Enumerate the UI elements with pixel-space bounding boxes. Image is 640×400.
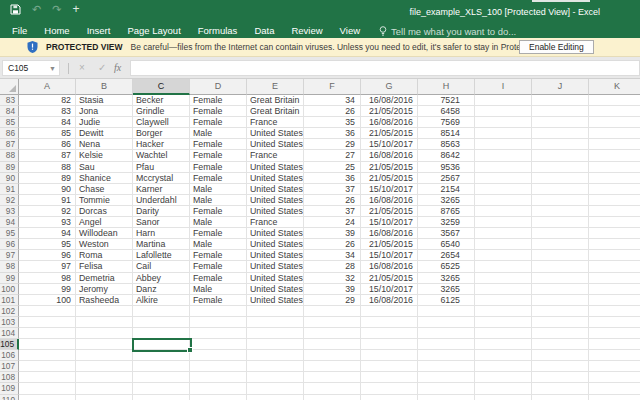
cell-J93[interactable]	[532, 206, 589, 217]
cell-C87[interactable]: Hacker	[133, 139, 190, 150]
cell-F106[interactable]	[304, 350, 361, 361]
cell-G96[interactable]: 21/05/2015	[361, 239, 418, 250]
tab-view[interactable]: View	[340, 24, 360, 38]
row-header-108[interactable]: 108	[0, 372, 19, 383]
cell-F85[interactable]: 35	[304, 117, 361, 128]
formula-input[interactable]	[130, 60, 640, 76]
cell-I100[interactable]	[475, 284, 532, 295]
column-header-D[interactable]: D	[190, 79, 247, 95]
cell-B102[interactable]	[76, 306, 133, 317]
cell-I102[interactable]	[475, 306, 532, 317]
cell-G103[interactable]	[361, 317, 418, 328]
cell-G92[interactable]: 16/08/2016	[361, 195, 418, 206]
cell-F110[interactable]	[304, 395, 361, 400]
row-header-99[interactable]: 99	[0, 273, 19, 284]
cell-I99[interactable]	[475, 273, 532, 284]
cell-B84[interactable]: Jona	[76, 106, 133, 117]
cell-H109[interactable]	[418, 383, 475, 394]
cell-I101[interactable]	[475, 295, 532, 306]
cell-I94[interactable]	[475, 217, 532, 228]
cell-F107[interactable]	[304, 361, 361, 372]
tab-formulas[interactable]: Formulas	[198, 24, 238, 38]
cell-F108[interactable]	[304, 372, 361, 383]
cell-H93[interactable]: 8765	[418, 206, 475, 217]
cell-G94[interactable]: 15/10/2017	[361, 217, 418, 228]
cell-E94[interactable]: France	[247, 217, 304, 228]
cell-F101[interactable]: 29	[304, 295, 361, 306]
cell-K89[interactable]	[589, 162, 640, 173]
cell-A97[interactable]: 96	[19, 250, 76, 261]
cell-J99[interactable]	[532, 273, 589, 284]
cell-E90[interactable]: United States	[247, 173, 304, 184]
cell-C98[interactable]: Cail	[133, 261, 190, 272]
cell-I91[interactable]	[475, 184, 532, 195]
cell-G101[interactable]: 16/08/2016	[361, 295, 418, 306]
cell-E88[interactable]: France	[247, 150, 304, 161]
row-header-95[interactable]: 95	[0, 228, 19, 239]
cell-B89[interactable]: Sau	[76, 162, 133, 173]
cell-F87[interactable]: 29	[304, 139, 361, 150]
cell-J87[interactable]	[532, 139, 589, 150]
column-header-B[interactable]: B	[76, 79, 133, 95]
cell-D101[interactable]: Female	[190, 295, 247, 306]
cell-I96[interactable]	[475, 239, 532, 250]
cell-D90[interactable]: Female	[190, 173, 247, 184]
cell-G106[interactable]	[361, 350, 418, 361]
cell-C89[interactable]: Pfau	[133, 162, 190, 173]
save-icon[interactable]	[10, 4, 21, 15]
cell-G109[interactable]	[361, 383, 418, 394]
tab-data[interactable]: Data	[254, 24, 274, 38]
cell-B94[interactable]: Angel	[76, 217, 133, 228]
cell-C96[interactable]: Martina	[133, 239, 190, 250]
cell-D86[interactable]: Male	[190, 128, 247, 139]
cell-B109[interactable]	[76, 383, 133, 394]
cell-E105[interactable]	[247, 339, 304, 350]
row-header-90[interactable]: 90	[0, 173, 19, 184]
cell-C101[interactable]: Alkire	[133, 295, 190, 306]
cell-E108[interactable]	[247, 372, 304, 383]
cell-J105[interactable]	[532, 339, 589, 350]
cell-J89[interactable]	[532, 162, 589, 173]
cell-C108[interactable]	[133, 372, 190, 383]
cell-A94[interactable]: 93	[19, 217, 76, 228]
cell-I88[interactable]	[475, 150, 532, 161]
row-header-84[interactable]: 84	[0, 106, 19, 117]
cell-G85[interactable]: 16/08/2016	[361, 117, 418, 128]
cell-I89[interactable]	[475, 162, 532, 173]
cell-A101[interactable]: 100	[19, 295, 76, 306]
cell-I108[interactable]	[475, 372, 532, 383]
cell-E83[interactable]: Great Britain	[247, 95, 304, 106]
cell-B105[interactable]	[76, 339, 133, 350]
cell-D104[interactable]	[190, 328, 247, 339]
cell-D95[interactable]: Female	[190, 228, 247, 239]
cell-K98[interactable]	[589, 261, 640, 272]
cell-J95[interactable]	[532, 228, 589, 239]
cell-I83[interactable]	[475, 95, 532, 106]
tab-file[interactable]: File	[12, 24, 27, 38]
cell-J100[interactable]	[532, 284, 589, 295]
cell-A92[interactable]: 91	[19, 195, 76, 206]
row-header-87[interactable]: 87	[0, 139, 19, 150]
cell-D110[interactable]	[190, 395, 247, 400]
row-header-104[interactable]: 104	[0, 328, 19, 339]
name-box-dropdown-icon[interactable]: ▼	[49, 61, 56, 76]
cell-F88[interactable]: 27	[304, 150, 361, 161]
cell-D102[interactable]	[190, 306, 247, 317]
cell-K109[interactable]	[589, 383, 640, 394]
cell-F103[interactable]	[304, 317, 361, 328]
cell-I86[interactable]	[475, 128, 532, 139]
cell-G88[interactable]: 16/08/2016	[361, 150, 418, 161]
column-header-H[interactable]: H	[418, 79, 475, 95]
cell-E91[interactable]: United States	[247, 184, 304, 195]
cell-H98[interactable]: 6525	[418, 261, 475, 272]
cell-B106[interactable]	[76, 350, 133, 361]
row-header-107[interactable]: 107	[0, 361, 19, 372]
cell-B85[interactable]: Judie	[76, 117, 133, 128]
customize-quick-access-icon[interactable]: +	[72, 4, 79, 15]
cell-H94[interactable]: 3259	[418, 217, 475, 228]
cell-K105[interactable]	[589, 339, 640, 350]
row-header-100[interactable]: 100	[0, 284, 19, 295]
cell-K107[interactable]	[589, 361, 640, 372]
cell-D100[interactable]: Male	[190, 284, 247, 295]
cell-K102[interactable]	[589, 306, 640, 317]
